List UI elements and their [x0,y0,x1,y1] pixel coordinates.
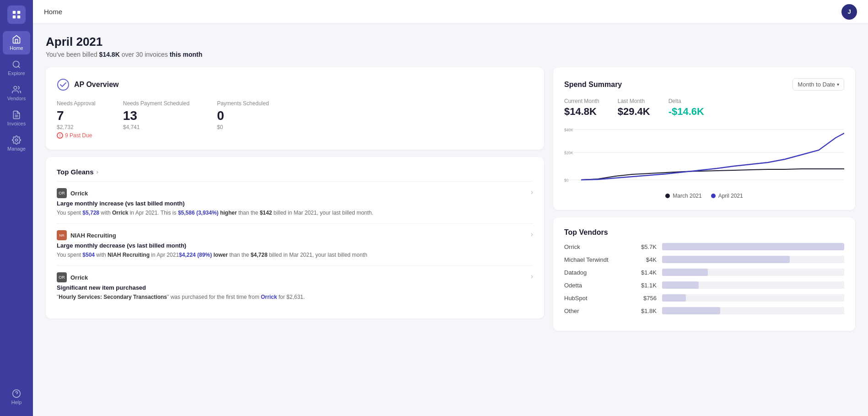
ap-stat-needs-payment: Needs Payment Scheduled 13 $4,741 [123,100,189,139]
legend-item-march: March 2021 [665,193,701,199]
last-month-value: $29.4K [618,106,650,118]
sidebar-item-invoices[interactable]: Invoices [3,107,30,130]
chart-legend: March 2021 April 2021 [564,193,844,199]
sidebar: Home Explore Vendors Invoices Manage Hel… [0,0,33,416]
ap-stat-label-1: Needs Payment Scheduled [123,100,189,107]
ap-stat-payments-scheduled: Payments Scheduled 0 $0 [217,100,269,139]
ap-stats-row: Needs Approval 7 $2,732 ! 9 Past Due Nee… [57,100,533,139]
ap-stat-label-0: Needs Approval [57,100,96,107]
svg-point-9 [16,139,18,141]
glean-desc-0: You spent $5,728 with Orrick in Apr 2021… [57,209,525,217]
vendor-amount-1: $4K [634,256,657,263]
vendor-amount-3: $1.1K [634,282,657,289]
ap-stat-value-1: 13 [123,108,189,123]
glean-item-1[interactable]: NR NIAH Recruiting Large monthly decreas… [57,223,533,265]
vendor-bar-container-4 [662,294,844,302]
delta-value: -$14.6K [669,106,704,118]
glean-vendor-0: Orrick [70,190,88,197]
page-title: April 2021 [46,35,855,49]
delta-label: Delta [669,98,704,104]
sidebar-item-home[interactable]: Home [3,31,30,54]
glean-item-0[interactable]: OR Orrick Large monthly increase (vs las… [57,181,533,223]
sidebar-item-explore-label: Explore [8,70,25,76]
spend-metric-delta: Delta -$14.6K [669,98,704,118]
spend-summary-card: Spend Summary Month to Date ▾ Current Mo… [553,67,855,210]
legend-label-april: April 2021 [718,193,743,199]
vendor-amount-4: $756 [634,295,657,302]
vendor-bar-0 [662,243,844,250]
legend-dot-april [711,194,716,198]
glean-item-2[interactable]: OR Orrick Significant new item purchased… [57,265,533,308]
glean-vendor-2: Orrick [70,274,88,281]
glean-chevron-1[interactable]: › [525,230,533,238]
glean-chevron-2[interactable]: › [525,272,533,281]
glean-desc-1: You spent $504 with NIAH Recruiting in A… [57,251,525,259]
period-selector[interactable]: Month to Date ▾ [793,78,844,91]
vendor-bar-4 [662,294,686,302]
sidebar-item-home-label: Home [10,45,23,51]
vendor-bar-1 [662,256,790,263]
top-gleans-chevron[interactable]: › [97,168,98,175]
content-area: April 2021 You've been billed $14.8K ove… [33,24,868,416]
sidebar-item-help[interactable]: Help [3,385,30,409]
top-gleans-title: Top Gleans [57,168,94,176]
spend-metric-current: Current Month $14.8K [564,98,599,118]
glean-header-2: OR Orrick [57,272,525,282]
sidebar-item-manage[interactable]: Manage [3,132,30,155]
page-subtitle: You've been billed $14.8K over 30 invoic… [46,51,855,58]
page-header: April 2021 You've been billed $14.8K ove… [46,35,855,58]
vendor-bar-container-0 [662,243,844,250]
glean-chevron-0[interactable]: › [525,188,533,196]
glean-logo-2: OR [57,272,67,282]
vendor-bar-container-2 [662,269,844,276]
ap-stat-sub-1: $4,741 [123,124,189,130]
spend-summary-title: Spend Summary [564,81,622,89]
svg-text:$20K: $20K [564,151,573,155]
glean-vendor-1: NIAH Recruiting [70,232,116,239]
svg-rect-1 [17,11,20,14]
vendor-bar-container-5 [662,307,844,314]
past-due-badge[interactable]: ! 9 Past Due [57,132,96,139]
ap-stat-sub-0: $2,732 [57,124,96,130]
vendor-name-1: Michael Terwindt [564,256,628,263]
spend-summary-header: Spend Summary Month to Date ▾ [564,78,844,91]
sidebar-item-vendors[interactable]: Vendors [3,81,30,105]
two-column-layout: AP Overview Needs Approval 7 $2,732 ! 9 … [46,67,855,405]
vendor-name-0: Orrick [564,243,628,250]
top-vendors-card: Top Vendors Orrick $5.7K Michael Terwind… [553,217,855,331]
vendor-row-2: Datadog $1.4K [564,269,844,276]
svg-rect-0 [13,11,16,14]
sidebar-item-explore[interactable]: Explore [3,56,30,80]
svg-point-6 [14,86,17,90]
vendor-row-0: Orrick $5.7K [564,243,844,250]
vendor-bar-3 [662,281,699,289]
ap-stat-needs-approval: Needs Approval 7 $2,732 ! 9 Past Due [57,100,96,139]
legend-dot-march [665,194,670,198]
svg-text:$0: $0 [564,178,568,183]
ap-overview-icon [57,78,70,91]
current-month-value: $14.8K [564,106,599,118]
legend-label-march: March 2021 [673,193,701,199]
ap-overview-header: AP Overview [57,78,533,91]
svg-rect-3 [17,16,20,18]
app-logo[interactable] [7,5,26,24]
glean-title-1: Large monthly decrease (vs last billed m… [57,242,525,249]
user-avatar[interactable]: J [841,4,857,20]
glean-title-2: Significant new item purchased [57,284,525,291]
glean-content-2: OR Orrick Significant new item purchased… [57,272,525,301]
sidebar-item-manage-label: Manage [7,146,26,151]
svg-point-12 [58,79,69,90]
past-due-label: 9 Past Due [65,132,92,139]
past-due-icon: ! [57,132,63,139]
sidebar-bottom: Help [3,385,30,411]
vendor-row-1: Michael Terwindt $4K [564,256,844,263]
vendor-name-2: Datadog [564,269,628,276]
glean-content-0: OR Orrick Large monthly increase (vs las… [57,188,525,217]
ap-overview-card: AP Overview Needs Approval 7 $2,732 ! 9 … [46,67,544,150]
glean-logo-0: OR [57,188,67,198]
vendor-bar-container-1 [662,256,844,263]
sidebar-item-invoices-label: Invoices [7,121,26,126]
vendor-bar-2 [662,269,708,276]
glean-logo-1: NR [57,230,67,240]
glean-header-0: OR Orrick [57,188,525,198]
